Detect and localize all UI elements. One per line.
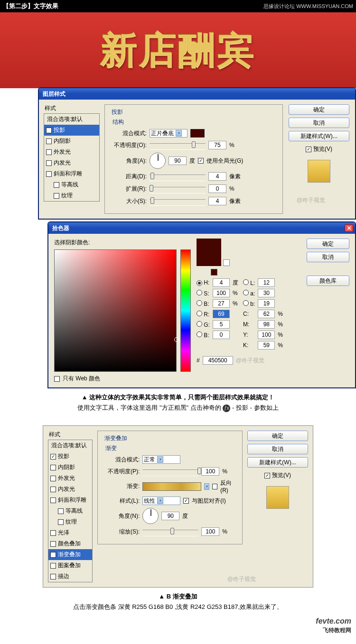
opacity-input[interactable] <box>208 141 226 149</box>
a-radio[interactable] <box>243 290 249 295</box>
angle-input[interactable] <box>169 156 187 165</box>
style-checkbox[interactable] <box>58 519 64 525</box>
g-opacity-input[interactable] <box>201 467 219 476</box>
style-checkbox[interactable]: ✓ <box>50 454 56 460</box>
style-checkbox[interactable] <box>50 530 56 536</box>
spread-slider[interactable] <box>150 187 206 193</box>
cube-icon[interactable] <box>223 259 230 266</box>
style-item-contour[interactable]: 等高线 <box>48 506 92 516</box>
hue-slider[interactable] <box>180 249 191 372</box>
cp-cancel-button[interactable]: 取消 <box>307 252 349 262</box>
g-radio[interactable] <box>197 321 202 327</box>
style-checkbox[interactable] <box>50 541 56 547</box>
g-style-select[interactable]: 线性 ▾ <box>142 497 180 505</box>
style-item-drop_shadow[interactable]: ✓投影 <box>48 451 92 462</box>
style-item-bevel[interactable]: 斜面和浮雕 <box>48 495 92 506</box>
style-item-gradient_overlay[interactable]: ✓渐变叠加 <box>48 549 92 560</box>
s-input[interactable] <box>213 289 230 297</box>
global-light-checkbox[interactable]: ✓ <box>198 158 204 164</box>
color-picker-titlebar[interactable]: 拾色器 ✕ <box>48 222 355 234</box>
size-slider[interactable] <box>150 199 206 206</box>
g-ok-button[interactable]: 确定 <box>247 431 308 441</box>
style-checkbox[interactable] <box>50 465 56 470</box>
spread-input[interactable] <box>208 184 226 193</box>
g-angle-input[interactable] <box>161 512 179 520</box>
style-checkbox[interactable] <box>46 171 52 177</box>
style-checkbox[interactable] <box>50 574 56 580</box>
shadow-color-swatch[interactable] <box>190 129 205 138</box>
saturation-value-field[interactable] <box>54 249 177 372</box>
style-item-pattern_overlay[interactable]: 图案叠加 <box>48 560 92 571</box>
only-web-checkbox[interactable] <box>54 376 60 382</box>
reverse-checkbox[interactable] <box>212 484 217 489</box>
r-radio[interactable] <box>197 311 202 316</box>
style-checkbox[interactable] <box>54 182 59 188</box>
bl-radio[interactable] <box>197 331 202 337</box>
style-item-satin[interactable]: 光泽 <box>48 527 92 538</box>
k-input[interactable] <box>258 341 275 350</box>
h-radio[interactable] <box>197 280 202 286</box>
angle-dial[interactable] <box>150 153 166 169</box>
hex-input[interactable] <box>203 356 233 365</box>
cp-ok-button[interactable]: 确定 <box>307 239 349 249</box>
layer-style-titlebar[interactable]: 图层样式 <box>39 88 355 100</box>
style-checkbox[interactable] <box>46 138 52 144</box>
style-checkbox[interactable] <box>58 508 64 514</box>
style-item-outer_glow[interactable]: 外发光 <box>44 147 99 157</box>
ok-button[interactable]: 确定 <box>289 104 349 115</box>
preview-checkbox[interactable]: ✓ <box>306 147 311 152</box>
g-cancel-button[interactable]: 取消 <box>247 444 308 454</box>
g-blend-mode-select[interactable]: 正常 ▾ <box>142 455 180 464</box>
g-new-style-button[interactable]: 新建样式(W)... <box>247 457 308 468</box>
m-input[interactable] <box>258 320 275 329</box>
size-input[interactable] <box>208 197 226 205</box>
style-checkbox[interactable] <box>50 497 56 503</box>
y-input[interactable] <box>258 331 275 339</box>
chevron-down-icon[interactable]: ▾ <box>204 483 210 490</box>
style-item-drop_shadow[interactable]: ✓投影 <box>44 125 99 136</box>
r-input[interactable] <box>213 310 230 318</box>
bb-radio[interactable] <box>243 300 249 306</box>
opacity-slider[interactable] <box>150 143 206 150</box>
style-checkbox[interactable] <box>50 563 56 569</box>
style-item-outer_glow[interactable]: 外发光 <box>48 473 92 484</box>
style-item-inner_glow[interactable]: 内发光 <box>44 157 99 168</box>
style-checkbox[interactable] <box>46 149 52 155</box>
g-scale-input[interactable] <box>201 527 219 536</box>
cancel-button[interactable]: 取消 <box>289 118 349 128</box>
style-item-inner_glow[interactable]: 内发光 <box>48 484 92 495</box>
style-item-inner_shadow[interactable]: 内阴影 <box>44 136 99 147</box>
gradient-swatch[interactable] <box>142 482 201 491</box>
align-checkbox[interactable]: ✓ <box>183 498 189 504</box>
b-input[interactable] <box>213 299 230 308</box>
bb-input[interactable] <box>258 299 275 308</box>
h-input[interactable] <box>213 278 230 287</box>
c-input[interactable] <box>258 310 275 318</box>
b-radio[interactable] <box>197 300 202 306</box>
g-preview-checkbox[interactable]: ✓ <box>264 473 270 478</box>
style-item-inner_shadow[interactable]: 内阴影 <box>48 462 92 473</box>
style-item-color_overlay[interactable]: 颜色叠加 <box>48 538 92 549</box>
s-radio[interactable] <box>197 290 202 295</box>
color-library-button[interactable]: 颜色库 <box>307 276 349 286</box>
style-item-contour[interactable]: 等高线 <box>44 179 99 190</box>
distance-slider[interactable] <box>150 175 206 181</box>
style-item-texture[interactable]: 纹理 <box>44 190 99 201</box>
a-input[interactable] <box>258 289 275 297</box>
new-style-button[interactable]: 新建样式(W)... <box>289 131 349 141</box>
blend-mode-select[interactable]: 正片叠底 ▾ <box>150 129 187 138</box>
style-item-bevel[interactable]: 斜面和浮雕 <box>44 168 99 179</box>
style-checkbox[interactable] <box>46 160 52 166</box>
g-scale-slider[interactable] <box>142 530 198 536</box>
style-checkbox[interactable]: ✓ <box>46 128 52 133</box>
style-item-texture[interactable]: 纹理 <box>48 516 92 527</box>
style-item-stroke[interactable]: 描边 <box>48 571 92 582</box>
bl-input[interactable] <box>213 331 230 339</box>
style-checkbox[interactable]: ✓ <box>50 552 56 558</box>
l-input[interactable] <box>258 278 275 287</box>
l-radio[interactable] <box>243 279 249 285</box>
style-checkbox[interactable] <box>54 193 59 199</box>
style-checkbox[interactable] <box>50 487 56 492</box>
distance-input[interactable] <box>208 172 226 181</box>
g-input[interactable] <box>213 320 230 329</box>
